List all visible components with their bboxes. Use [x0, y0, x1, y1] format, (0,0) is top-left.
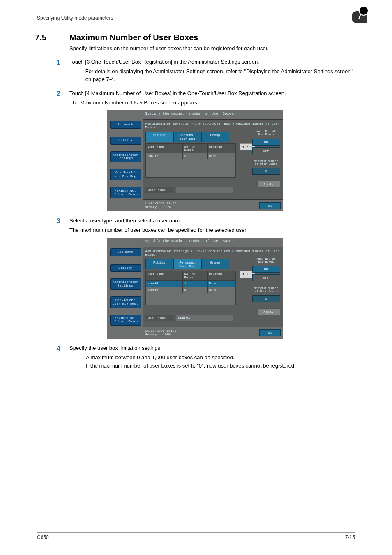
max-num-input[interactable]: 0	[252, 168, 280, 175]
utility-button[interactable]: Utility	[110, 264, 141, 272]
max-use-boxes-label: Max. No. of Use Boxes	[252, 258, 280, 264]
page-header: Specifying Utility mode parameters 7	[37, 12, 367, 23]
table-row[interactable]: user02 0 None	[146, 287, 235, 293]
bookmark-button[interactable]: Bookmark	[110, 121, 141, 129]
step-sub-item: – A maximum between 0 and 1,000 user box…	[77, 354, 355, 362]
dash-icon: –	[77, 362, 82, 370]
max-num-input[interactable]: 0	[252, 295, 280, 302]
footer-right: 7-15	[345, 534, 355, 540]
screen-main: Administrator Settings > One-Touch/User …	[143, 119, 283, 200]
sub-text: A maximum between 0 and 1,000 user boxes…	[86, 354, 234, 362]
step-4: 4 Specify the user box limitation settin…	[35, 345, 355, 371]
user-table: User Name No. of Boxes Maximum user01 1 …	[145, 271, 236, 305]
col-username: User Name	[146, 144, 183, 153]
user-table: User Name No. of Boxes Maximum Public 3 …	[145, 143, 236, 178]
bookmark-button[interactable]: Bookmark	[110, 248, 141, 256]
step-3: 3 Select a user type, and then select a …	[35, 217, 355, 234]
right-panel: Max. No. of Use Boxes ON OFF Maximum Num…	[252, 130, 280, 175]
sub-text: For details on displaying the Administra…	[85, 68, 355, 83]
step-number: 2	[35, 90, 60, 98]
header-text: Specifying Utility mode parameters	[37, 15, 113, 21]
table-row[interactable]: user01 1 None	[146, 280, 235, 287]
footer-status: 11/21/2006 19:22 Memory 100%	[145, 202, 177, 209]
ok-button[interactable]: OK	[259, 329, 281, 336]
step-number: 4	[35, 345, 60, 353]
section-title: Maximum Number of User Boxes	[69, 33, 198, 42]
screen-title: Specify the maximum number of User Boxes…	[107, 238, 283, 247]
screen-title: Specify the maximum number of User Boxes…	[107, 110, 283, 119]
tab-personal[interactable]: Personal User Box	[173, 259, 201, 269]
col-maximum: Maximum	[208, 271, 232, 280]
step-text: Touch [3 One-Touch/User Box Registration…	[69, 58, 355, 66]
admin-settings-button[interactable]: Administrator Settings	[110, 151, 141, 163]
arrow-down-icon: ↓	[110, 146, 141, 149]
arrow-down-icon: ↓	[110, 163, 141, 167]
step-2: 2 Touch [4 Maximum Number of User Boxes]…	[35, 90, 355, 107]
breadcrumb: Administrator Settings > One-Touch/User …	[145, 122, 280, 129]
tab-public[interactable]: Public	[145, 259, 173, 269]
arrow-down-icon: ↓	[110, 181, 141, 185]
section-intro: Specify limitations on the number of use…	[69, 45, 355, 53]
col-username: User Name	[146, 271, 183, 280]
footer-status: 11/21/2006 19:23 Memory 100%	[145, 329, 177, 337]
section-heading: 7.5 Maximum Number of User Boxes	[35, 33, 355, 42]
step-number: 3	[35, 217, 60, 225]
col-boxes: No. of Boxes	[183, 144, 208, 153]
username-field-value	[176, 187, 233, 193]
username-field-label: User Name	[145, 187, 174, 193]
breadcrumb: Administrator Settings > One-Touch/User …	[145, 249, 280, 257]
arrow-down-icon: ↓	[110, 273, 141, 276]
col-maximum: Maximum	[208, 144, 232, 153]
onetouch-button[interactable]: One-Touch/ User Box Reg.	[110, 169, 141, 180]
ok-button[interactable]: OK	[259, 202, 281, 209]
max-use-boxes-label: Max. No. of Use Boxes	[252, 130, 280, 136]
on-button[interactable]: ON	[252, 266, 280, 273]
step-number: 1	[35, 58, 60, 67]
screen-sidebar: Bookmark Utility ↓ Administrator Setting…	[107, 247, 143, 327]
dash-icon: –	[77, 354, 82, 362]
tab-public[interactable]: Public	[145, 132, 173, 142]
tab-group[interactable]: Group	[201, 259, 229, 269]
maxno-button[interactable]: Maximum No. of User Boxes	[110, 187, 141, 199]
step-sub-item: – If the maximum number of user boxes is…	[77, 362, 355, 370]
sub-text: If the maximum number of user boxes is s…	[86, 362, 296, 370]
step-text: Touch [4 Maximum Number of User Boxes] i…	[69, 90, 355, 97]
apply-button[interactable]: Apply	[257, 308, 280, 315]
arrow-down-icon: ↓	[110, 309, 141, 312]
screenshot-1: Specify the maximum number of User Boxes…	[107, 110, 283, 211]
step-sub-item: – For details on displaying the Administ…	[77, 68, 355, 83]
footer-left: C650	[37, 534, 49, 540]
onetouch-button[interactable]: One-Touch/ User Box Reg.	[110, 296, 141, 308]
step-text: Select a user type, and then select a us…	[69, 217, 355, 225]
username-field-value: user01	[176, 314, 233, 321]
arrow-down-icon: ↓	[110, 291, 141, 294]
right-panel: Max. No. of Use Boxes ON OFF Maximum Num…	[252, 258, 280, 302]
max-num-label: Maximum Number of User Boxes	[252, 287, 280, 293]
apply-button[interactable]: Apply	[257, 181, 280, 188]
table-row[interactable]: Public 3 None	[146, 153, 235, 159]
on-button[interactable]: ON	[252, 139, 280, 146]
step-after: The Maximum Number of User Boxes screen …	[69, 99, 355, 107]
screen-sidebar: Bookmark Utility ↓ Administrator Setting…	[107, 119, 143, 200]
header-dot-icon	[359, 6, 369, 16]
step-after: The maximum number of user boxes can be …	[69, 227, 355, 234]
page-footer: C650 7-15	[37, 532, 355, 540]
col-boxes: No. of Boxes	[183, 271, 208, 280]
step-1: 1 Touch [3 One-Touch/User Box Registrati…	[35, 58, 355, 84]
maxno-button[interactable]: Maximum No. of User Boxes	[110, 314, 141, 326]
dash-icon: –	[77, 68, 81, 83]
off-button[interactable]: OFF	[252, 274, 280, 281]
tab-personal[interactable]: Personal User Box	[173, 132, 201, 142]
screenshot-2: Specify the maximum number of User Boxes…	[107, 238, 283, 339]
admin-settings-button[interactable]: Administrator Settings	[110, 278, 141, 290]
utility-button[interactable]: Utility	[110, 137, 141, 145]
step-text: Specify the user box limitation settings…	[69, 345, 355, 352]
section-number: 7.5	[35, 33, 60, 42]
tab-group[interactable]: Group	[201, 132, 229, 142]
username-field-label: User Name	[145, 314, 174, 321]
off-button[interactable]: OFF	[252, 147, 280, 154]
screen-main: Administrator Settings > One-Touch/User …	[143, 247, 283, 327]
max-num-label: Maximum Number of User Boxes	[252, 160, 280, 166]
